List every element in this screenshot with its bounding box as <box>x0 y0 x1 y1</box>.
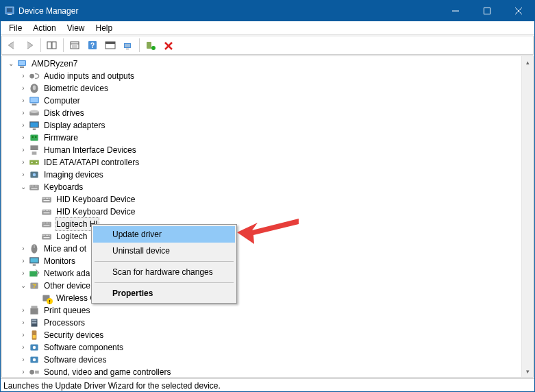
tree-category[interactable]: › Human Interface Devices <box>18 144 533 156</box>
expander-icon[interactable]: ⌄ <box>18 181 28 193</box>
svg-rect-16 <box>105 42 115 44</box>
expander-icon[interactable]: › <box>18 366 28 377</box>
forward-button[interactable] <box>21 37 38 53</box>
category-icon <box>28 354 40 365</box>
menu-view[interactable]: View <box>62 23 90 34</box>
menu-scan-hardware[interactable]: Scan for hardware changes <box>93 264 235 280</box>
svg-rect-23 <box>18 61 25 65</box>
tree-category[interactable]: › Security devices <box>18 329 533 341</box>
scroll-down-icon[interactable]: ▾ <box>522 365 533 377</box>
expander-icon[interactable]: › <box>18 95 28 107</box>
category-icon <box>28 169 40 180</box>
svg-rect-47 <box>30 186 31 186</box>
expander-icon[interactable]: ⌄ <box>18 280 28 292</box>
expander-icon[interactable]: › <box>18 119 28 132</box>
node-label: Display adapters <box>42 119 106 132</box>
expander-icon[interactable]: › <box>18 255 28 267</box>
tree-category[interactable]: › Print queues <box>18 304 533 317</box>
svg-rect-40 <box>32 151 37 155</box>
node-label: IDE ATA/ATAPI controllers <box>42 156 140 169</box>
menu-uninstall-device[interactable]: Uninstall device <box>93 243 235 259</box>
menu-properties[interactable]: Properties <box>93 285 235 302</box>
uninstall-button[interactable] <box>160 37 177 53</box>
svg-rect-24 <box>20 66 24 68</box>
svg-rect-50 <box>35 186 36 186</box>
node-label: Print queues <box>42 304 91 317</box>
expander-icon[interactable]: › <box>18 329 28 341</box>
vertical-scrollbar[interactable]: ▴ ▾ <box>521 56 533 377</box>
category-icon <box>28 268 40 279</box>
tree-category[interactable]: › Sound, video and game controllers <box>18 366 533 377</box>
svg-rect-55 <box>45 198 45 199</box>
help-button[interactable]: ? <box>84 37 101 53</box>
tree-category[interactable]: › Biometric devices <box>18 82 533 95</box>
svg-rect-98 <box>33 335 36 339</box>
svg-point-100 <box>33 346 36 350</box>
device-tree[interactable]: ⌄ AMDRyzen7 › Audio inputs and outputs ›… <box>2 56 533 377</box>
tree-category[interactable]: › Display adapters <box>18 119 533 132</box>
node-label: Audio inputs and outputs <box>42 70 136 82</box>
context-menu: Update driver Uninstall device Scan for … <box>91 224 237 304</box>
scan-button[interactable] <box>120 37 136 53</box>
menu-update-driver[interactable]: Update driver <box>93 226 235 243</box>
maximize-button[interactable] <box>471 1 503 21</box>
tree-category[interactable]: › Imaging devices <box>18 169 533 181</box>
enable-button[interactable] <box>142 37 159 53</box>
close-button[interactable] <box>503 1 534 21</box>
tree-root[interactable]: ⌄ AMDRyzen7 <box>6 58 533 70</box>
svg-rect-64 <box>47 210 48 211</box>
expander-icon[interactable]: › <box>18 304 28 317</box>
show-hide-button[interactable] <box>44 37 60 53</box>
svg-point-32 <box>29 110 39 114</box>
svg-rect-77 <box>46 235 47 236</box>
tree-category[interactable]: › IDE ATA/ATAPI controllers <box>18 156 533 169</box>
tree-device[interactable]: HID Keyboard Device <box>31 206 533 218</box>
svg-rect-80 <box>44 237 50 238</box>
svg-rect-93 <box>32 306 38 308</box>
tree-category[interactable]: › Processors <box>18 317 533 329</box>
expander-icon[interactable]: › <box>18 107 28 119</box>
expander-icon[interactable]: › <box>18 317 28 329</box>
expander-icon[interactable]: › <box>18 169 28 181</box>
expander-icon[interactable]: ⌄ <box>6 58 16 70</box>
expander-icon[interactable]: › <box>18 156 28 169</box>
expander-icon[interactable]: › <box>18 144 28 156</box>
svg-rect-2 <box>8 14 12 15</box>
toolbar: ? <box>1 36 534 55</box>
svg-rect-19 <box>126 49 129 49</box>
svg-rect-7 <box>47 42 51 49</box>
menu-action[interactable]: Action <box>27 23 61 34</box>
expander-icon[interactable]: › <box>18 82 28 95</box>
expander-icon[interactable]: › <box>18 341 28 354</box>
svg-rect-36 <box>30 135 38 141</box>
category-icon <box>28 145 40 156</box>
expander-icon[interactable]: › <box>18 243 28 255</box>
action-button[interactable] <box>102 37 119 53</box>
tree-category[interactable]: › Disk drives <box>18 107 533 119</box>
expander-icon[interactable]: › <box>18 132 28 144</box>
tree-category[interactable]: ⌄ Keyboards <box>18 181 533 193</box>
menu-help[interactable]: Help <box>90 23 119 34</box>
minimize-button[interactable] <box>440 1 471 21</box>
svg-rect-52 <box>32 188 38 188</box>
device-icon <box>40 194 53 205</box>
svg-rect-29 <box>30 98 38 103</box>
content-area: ⌄ AMDRyzen7 › Audio inputs and outputs ›… <box>1 56 534 378</box>
tree-category[interactable]: › Software devices <box>18 354 533 366</box>
svg-rect-18 <box>125 44 130 47</box>
tree-device[interactable]: HID Keyboard Device <box>31 193 533 206</box>
tree-category[interactable]: › Software components <box>18 341 533 354</box>
properties-button[interactable] <box>66 37 83 53</box>
status-text: Launches the Update Driver Wizard for th… <box>3 381 221 391</box>
expander-icon[interactable]: › <box>18 70 28 82</box>
menu-file[interactable]: File <box>3 23 27 34</box>
expander-icon[interactable]: › <box>18 267 28 280</box>
tree-category[interactable]: › Computer <box>18 95 533 107</box>
scroll-up-icon[interactable]: ▴ <box>522 56 533 68</box>
tree-category[interactable]: › Firmware <box>18 132 533 144</box>
tree-category[interactable]: › Audio inputs and outputs <box>18 70 533 82</box>
svg-rect-75 <box>42 235 43 236</box>
expander-icon[interactable]: › <box>18 354 28 366</box>
back-button[interactable] <box>3 37 20 53</box>
svg-rect-30 <box>32 104 37 106</box>
